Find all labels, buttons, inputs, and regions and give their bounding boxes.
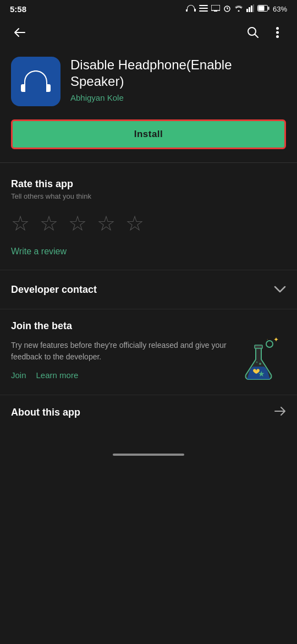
back-button[interactable]: [9, 21, 31, 43]
star-3[interactable]: ☆: [68, 211, 87, 236]
battery-icon: [257, 5, 270, 13]
developer-contact-title: Developer contact: [11, 284, 97, 296]
status-time: 5:58: [10, 4, 26, 14]
beta-title: Join the beta: [11, 320, 286, 332]
chevron-down-icon: [274, 282, 286, 297]
svg-rect-9: [249, 7, 250, 12]
write-review-link[interactable]: Write a review: [11, 247, 286, 256]
svg-rect-14: [258, 6, 264, 11]
svg-rect-10: [251, 6, 252, 12]
svg-rect-8: [246, 9, 248, 12]
battery-percent: 63%: [273, 5, 287, 13]
install-section: Install: [0, 117, 297, 160]
install-button[interactable]: Install: [11, 119, 286, 149]
status-icons: 63%: [186, 4, 287, 14]
svg-rect-23: [255, 345, 262, 348]
star-5[interactable]: ☆: [125, 211, 144, 236]
rate-subtitle: Tell others what you think: [11, 192, 286, 200]
rate-title: Rate this app: [11, 178, 286, 190]
beta-content: Try new features before they're official…: [11, 340, 286, 386]
star-1[interactable]: ☆: [11, 211, 30, 236]
svg-text:★: ★: [258, 369, 265, 378]
bottom-bar: [0, 447, 297, 459]
headphones-icon: [186, 4, 196, 14]
app-icon: [11, 57, 61, 106]
learn-more-link[interactable]: Learn more: [36, 370, 79, 380]
search-button[interactable]: [242, 21, 264, 43]
about-title: About this app: [11, 407, 80, 418]
join-beta-link[interactable]: Join: [11, 370, 26, 380]
beta-links: Join Learn more: [11, 370, 228, 380]
menu-icon: [199, 5, 208, 13]
app-info: Disable Headphone(Enable Speaker) Abhigy…: [70, 57, 286, 102]
star-2[interactable]: ☆: [40, 211, 58, 236]
developer-contact-row[interactable]: Developer contact: [0, 270, 297, 309]
beta-section: Join the beta Try new features before th…: [0, 309, 297, 395]
nav-icons-right: [242, 21, 288, 43]
svg-rect-11: [253, 4, 254, 12]
app-header: Disable Headphone(Enable Speaker) Abhigy…: [0, 48, 297, 117]
signal-icon: [246, 4, 254, 14]
arrow-right-icon: [274, 405, 286, 419]
star-4[interactable]: ☆: [97, 211, 116, 236]
svg-rect-1: [199, 8, 208, 9]
alarm-icon: [223, 4, 231, 14]
wifi-icon: [234, 5, 243, 13]
svg-rect-0: [199, 5, 208, 6]
svg-text:✦: ✦: [273, 336, 279, 343]
svg-rect-3: [211, 5, 220, 10]
app-title: Disable Headphone(Enable Speaker): [70, 57, 286, 90]
bottom-indicator: [113, 454, 184, 456]
rate-section: Rate this app Tell others what you think…: [0, 165, 297, 270]
status-bar: 5:58: [0, 0, 297, 17]
svg-text:·: ·: [267, 337, 268, 342]
svg-point-17: [276, 27, 279, 30]
flask-illustration: ✦ · ★: [237, 336, 286, 386]
screen-icon: [211, 5, 220, 13]
svg-rect-13: [268, 7, 269, 10]
svg-rect-2: [199, 10, 208, 12]
svg-point-26: [256, 362, 258, 363]
divider-1: [0, 162, 297, 163]
stars-row: ☆ ☆ ☆ ☆ ☆: [11, 211, 286, 236]
about-section[interactable]: About this app: [0, 395, 297, 425]
svg-rect-4: [214, 10, 217, 12]
nav-bar: [0, 17, 297, 48]
beta-description: Try new features before they're official…: [11, 340, 228, 363]
svg-point-25: [259, 363, 261, 365]
beta-text: Try new features before they're official…: [11, 340, 228, 380]
more-button[interactable]: [266, 21, 288, 43]
app-developer: Abhigyan Kole: [70, 93, 286, 102]
svg-point-18: [276, 31, 279, 34]
svg-line-16: [255, 34, 258, 37]
svg-point-19: [276, 35, 279, 38]
